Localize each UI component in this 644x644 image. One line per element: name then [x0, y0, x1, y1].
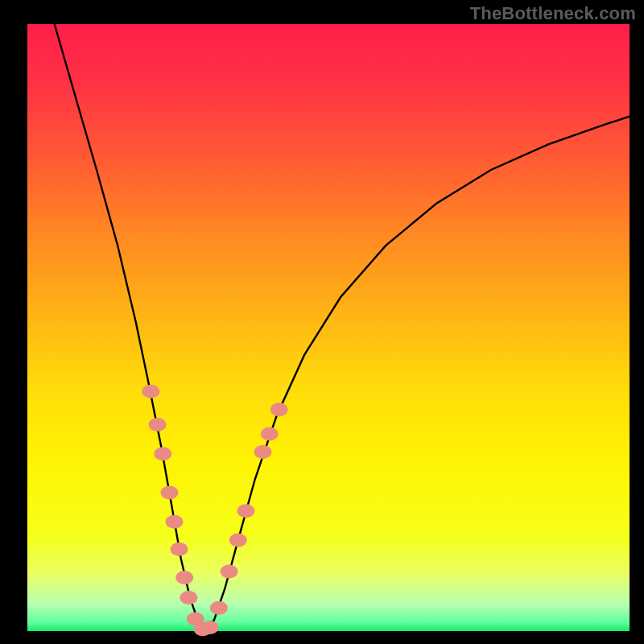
data-marker	[154, 447, 171, 460]
data-marker	[237, 504, 255, 518]
data-marker	[254, 445, 272, 459]
data-marker	[229, 533, 247, 547]
data-marker	[270, 402, 288, 416]
data-marker	[210, 601, 228, 615]
data-marker	[201, 621, 219, 634]
data-marker	[166, 515, 184, 529]
watermark-text: TheBottleneck.com	[470, 3, 636, 24]
chart-canvas	[0, 0, 644, 644]
data-marker	[221, 565, 238, 579]
data-marker	[261, 427, 279, 441]
data-marker	[149, 418, 167, 431]
data-marker	[171, 543, 188, 556]
plot-background	[27, 24, 630, 631]
data-marker	[175, 571, 193, 584]
data-marker	[142, 385, 159, 398]
chart-frame: TheBottleneck.com	[0, 0, 644, 644]
data-marker	[161, 486, 179, 500]
data-marker	[180, 591, 198, 605]
